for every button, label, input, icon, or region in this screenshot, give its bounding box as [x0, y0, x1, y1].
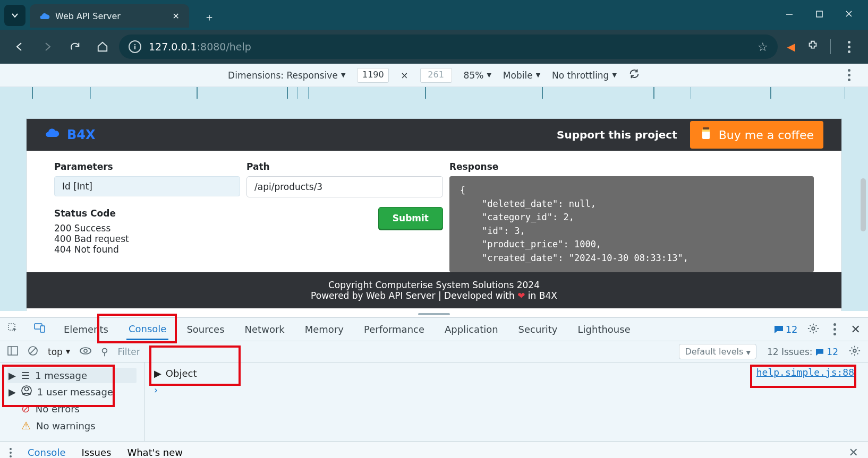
url-host: 127.0.0.1	[149, 41, 197, 53]
tab-network[interactable]: Network	[243, 319, 287, 339]
svg-point-16	[24, 387, 28, 391]
submit-button[interactable]: Submit	[378, 207, 443, 229]
page: B4X Support this project Buy me a coffee…	[27, 119, 841, 311]
maximize-button[interactable]	[804, 3, 834, 24]
context-select[interactable]: top ▼	[48, 347, 70, 357]
close-window-button[interactable]	[834, 3, 864, 24]
browser-menu-icon[interactable]	[843, 41, 855, 53]
reload-button[interactable]	[64, 36, 86, 58]
path-input[interactable]: /api/products/3	[246, 176, 443, 197]
svg-rect-1	[816, 11, 822, 17]
coffee-button[interactable]: Buy me a coffee	[690, 121, 823, 149]
console-settings-icon[interactable]	[849, 345, 861, 359]
width-input[interactable]: 1190	[357, 68, 389, 83]
messages-badge[interactable]: 12	[774, 324, 798, 335]
user-icon	[21, 385, 32, 398]
issues-label[interactable]: 12 Issues: 12	[767, 347, 838, 357]
tab-sources[interactable]: Sources	[184, 319, 226, 339]
height-input[interactable]: 261	[420, 68, 452, 83]
throttle-select[interactable]: No throttling▼	[552, 70, 617, 81]
parameter-row[interactable]: Id [Int]	[54, 176, 240, 196]
close-drawer-icon[interactable]: ✕	[849, 446, 858, 458]
status-code: 400 Bad request	[54, 234, 240, 244]
tab-console[interactable]: Console	[126, 319, 168, 340]
ruler	[0, 87, 868, 99]
response-body: { "deleted_date": null, "category_id": 2…	[449, 176, 814, 272]
tab-lighthouse[interactable]: Lighthouse	[576, 319, 633, 339]
sidebar-messages[interactable]: ▶☰1 message	[7, 368, 137, 383]
drawer-console[interactable]: Console	[28, 447, 65, 458]
settings-icon[interactable]	[807, 323, 819, 336]
browser-tab[interactable]: Web API Server ✕	[30, 4, 189, 28]
sidebar-toggle-icon[interactable]	[7, 346, 18, 358]
site-info-icon[interactable]: i	[129, 40, 141, 53]
coffee-cup-icon	[700, 125, 713, 144]
tab-application[interactable]: Application	[442, 319, 500, 339]
levels-select[interactable]: Default levels ▼	[679, 344, 756, 359]
devtools-menu-icon[interactable]	[829, 323, 841, 335]
devtools-drawer: Console Issues What's new ✕	[0, 441, 868, 458]
device-menu-icon[interactable]	[843, 69, 855, 81]
sidebar-warnings[interactable]: ⚠No warnings	[7, 417, 137, 434]
tab-search-button[interactable]	[4, 5, 25, 26]
console-object-row[interactable]: ▶Object	[154, 368, 858, 379]
sidebar-errors[interactable]: ⊘No errors	[7, 400, 137, 417]
logo-text: B4X	[67, 127, 96, 142]
console-toolbar: top ▼ ⚲ Filter Default levels ▼ 12 Issue…	[0, 341, 868, 362]
inspect-icon[interactable]	[7, 323, 18, 336]
devtools-resize-handle[interactable]	[0, 311, 868, 317]
svg-rect-3	[702, 129, 710, 132]
page-logo[interactable]: B4X	[45, 126, 96, 144]
footer-line1: Copyright Computerise System Solutions 2…	[27, 280, 841, 290]
svg-rect-9	[8, 347, 18, 355]
address-bar[interactable]: i 127.0.0.1:8080/help ☆	[119, 34, 778, 59]
footer-line2b: in B4X	[525, 290, 557, 301]
support-label: Support this project	[557, 128, 677, 141]
drawer-menu-icon[interactable]	[10, 448, 12, 457]
status-code: 200 Success	[54, 223, 240, 234]
zoom-select[interactable]: 85%▼	[464, 70, 491, 81]
titlebar: Web API Server ✕ ＋	[0, 0, 868, 30]
new-tab-button[interactable]: ＋	[200, 7, 219, 27]
source-link[interactable]: help.simple.js:88	[756, 367, 854, 378]
forward-button[interactable]	[36, 36, 58, 58]
sidebar-user-messages[interactable]: ▶1 user message	[7, 383, 137, 400]
tab-performance[interactable]: Performance	[362, 319, 427, 339]
minimize-button[interactable]	[775, 3, 804, 24]
footer-line2a: Powered by Web API Server | Developed wi…	[311, 290, 517, 301]
devtools-tabs: Elements Console Sources Network Memory …	[0, 318, 868, 341]
close-tab-icon[interactable]: ✕	[173, 11, 180, 21]
device-toolbar: Dimensions: Responsive▼ 1190 × 261 85%▼ …	[0, 64, 868, 87]
tab-title: Web API Server	[55, 11, 121, 21]
live-expression-icon[interactable]	[80, 347, 91, 357]
clear-console-icon[interactable]	[28, 345, 38, 358]
tab-memory[interactable]: Memory	[303, 319, 346, 339]
svg-point-15	[853, 349, 856, 352]
svg-point-8	[812, 327, 815, 330]
alert-icon[interactable]: ◀	[787, 40, 795, 53]
drawer-whatsnew[interactable]: What's new	[127, 447, 183, 458]
console-prompt[interactable]: ›	[154, 384, 858, 395]
tab-security[interactable]: Security	[516, 319, 560, 339]
extensions-icon[interactable]	[807, 40, 819, 54]
device-type-select[interactable]: Mobile▼	[503, 70, 540, 81]
drawer-issues[interactable]: Issues	[81, 447, 111, 458]
scrollbar[interactable]	[861, 178, 866, 231]
device-mode-icon[interactable]	[34, 323, 46, 336]
console-output[interactable]: ▶Object help.simple.js:88 ›	[144, 362, 868, 441]
home-button[interactable]	[91, 36, 114, 58]
back-button[interactable]	[8, 36, 31, 58]
bookmark-star-icon[interactable]: ☆	[758, 40, 768, 54]
svg-point-14	[84, 349, 87, 352]
warning-icon: ⚠	[21, 419, 31, 432]
tab-elements[interactable]: Elements	[62, 319, 110, 339]
responsive-viewport: B4X Support this project Buy me a coffee…	[0, 99, 868, 311]
console-sidebar: ▶☰1 message ▶1 user message ⊘No errors ⚠…	[0, 362, 144, 441]
dimensions-select[interactable]: Dimensions: Responsive▼	[228, 70, 345, 81]
error-icon: ⊘	[21, 402, 30, 415]
svg-line-12	[30, 348, 36, 353]
rotate-icon[interactable]	[628, 68, 640, 82]
coffee-label: Buy me a coffee	[719, 128, 814, 142]
close-devtools-icon[interactable]: ✕	[851, 323, 861, 336]
filter-input[interactable]: Filter	[118, 347, 140, 357]
